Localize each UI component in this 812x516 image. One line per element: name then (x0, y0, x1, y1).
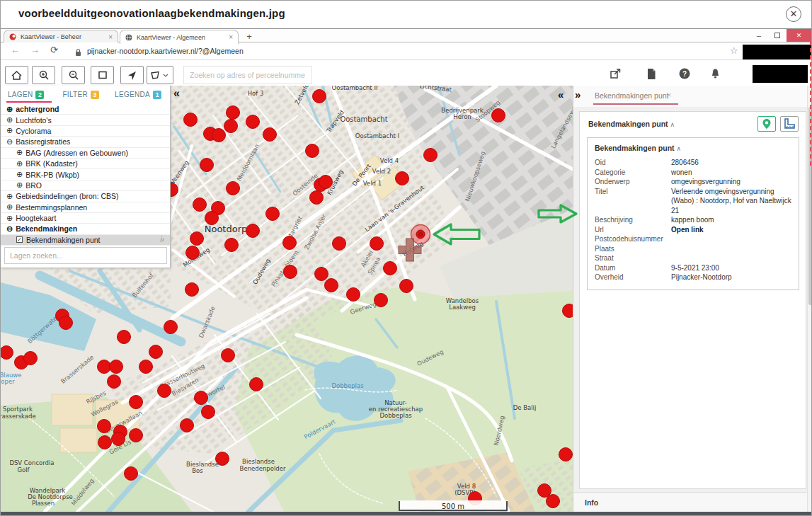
bekendmaking-dot[interactable] (205, 212, 219, 225)
zoom-in-button[interactable] (32, 66, 55, 84)
maximize-icon[interactable] (768, 33, 787, 38)
sidebar-collapse-icon[interactable]: « (173, 87, 180, 100)
bekendmaking-dot[interactable] (181, 419, 194, 432)
bekendmaking-dot[interactable] (184, 113, 198, 127)
locate-button[interactable] (120, 66, 144, 84)
bekendmaking-dot[interactable] (59, 316, 73, 330)
collapse-caret-icon[interactable]: ∧ (677, 145, 682, 152)
bekendmaking-dot[interactable] (225, 239, 239, 252)
bekendmaking-dot[interactable] (24, 352, 38, 365)
bekendmaking-dot[interactable] (424, 149, 438, 162)
bekendmaking-dot[interactable] (374, 294, 388, 307)
back-icon[interactable]: ← (11, 45, 20, 55)
layer-checkbox[interactable]: ✓ (16, 236, 23, 243)
layer-info-icon[interactable]: i› (160, 236, 164, 243)
reload-icon[interactable]: ⟳ (50, 45, 58, 55)
bekendmaking-dot[interactable] (559, 448, 573, 461)
expand-icon[interactable]: ⊕ (6, 214, 13, 222)
layer-item[interactable]: ✓Bekendmakingen punti› (1, 235, 170, 246)
tab-close-icon[interactable]: × (103, 33, 113, 41)
expand-icon[interactable]: ⊕ (6, 193, 13, 200)
expand-icon[interactable]: ⊕ (6, 203, 13, 211)
tab-close-icon[interactable]: × (223, 33, 233, 41)
info-section[interactable]: Info (573, 492, 812, 512)
bekendmaking-dot[interactable] (315, 268, 328, 281)
bekendmaking-dot[interactable] (396, 172, 409, 185)
bekendmaking-dot[interactable] (185, 283, 199, 297)
bekendmaking-dot[interactable] (149, 345, 163, 359)
panel-tab-label[interactable]: Bekendmakingen punt (595, 91, 669, 100)
bekendmaking-dot[interactable] (384, 262, 397, 275)
layer-search-input[interactable] (4, 247, 167, 264)
layer-item[interactable]: ⊕Cyclorama (1, 126, 170, 137)
layer-item[interactable]: ⊖Bekendmakingen (1, 224, 170, 234)
bekendmaking-dot[interactable] (246, 115, 260, 129)
address-search-input[interactable] (183, 66, 312, 84)
panel-next-icon[interactable]: » (575, 88, 581, 101)
bekendmaking-dot[interactable] (190, 232, 204, 246)
expand-icon[interactable]: ⊕ (6, 105, 13, 113)
layer-item[interactable]: ⊖Basisregistraties (1, 137, 170, 147)
layer-item[interactable]: ⊕achtergrond (1, 104, 170, 115)
bekendmaking-dot[interactable] (164, 321, 178, 334)
bekendmaking-dot[interactable] (200, 159, 214, 172)
bekendmaking-dot[interactable] (284, 265, 297, 279)
bekendmaking-dot[interactable] (492, 109, 505, 122)
expand-icon[interactable]: ⊕ (6, 116, 13, 124)
layer-item[interactable]: ⊕Luchtfoto's (1, 115, 170, 125)
help-icon[interactable]: ? (679, 68, 690, 82)
bekendmaking-dot[interactable] (98, 420, 111, 433)
panel-prev-icon[interactable]: « (558, 88, 564, 101)
bekendmaking-dot[interactable] (216, 452, 229, 466)
bekendmaking-dot[interactable] (158, 384, 171, 398)
browser-tab-beheer[interactable]: KaartViewer - Beheer × (4, 30, 118, 43)
window-close-icon[interactable]: ✕ (787, 29, 811, 42)
bekendmaking-dot[interactable] (139, 360, 153, 374)
bekendmaking-dot[interactable] (333, 237, 346, 251)
bekendmaking-dot[interactable] (98, 360, 111, 374)
bekendmaking-dot[interactable] (202, 406, 215, 419)
layer-item[interactable]: ⊕BRO (1, 180, 170, 191)
bekendmaking-dot[interactable] (250, 378, 263, 391)
select-polygon-button[interactable] (147, 66, 173, 84)
bekendmaking-dot[interactable] (125, 467, 138, 481)
bekendmaking-dot[interactable] (108, 375, 121, 389)
bekendmaking-dot[interactable] (319, 176, 333, 189)
bekendmaking-dot[interactable] (112, 432, 125, 446)
expand-icon[interactable]: ⊕ (16, 149, 23, 156)
bekendmaking-dot[interactable] (98, 436, 112, 449)
layer-item[interactable]: ⊕Bestemmingsplannen (1, 202, 170, 213)
url-text[interactable]: pijnacker-nootdorp.kaartviewer.nl/?@Alge… (87, 47, 244, 55)
bekendmaking-dot[interactable] (266, 207, 280, 221)
zoom-extent-button[interactable] (91, 66, 114, 84)
expand-icon[interactable]: ⊕ (16, 171, 23, 178)
bekendmaking-dot[interactable] (110, 360, 123, 374)
collapse-icon[interactable]: ⊖ (6, 225, 13, 233)
measure-button[interactable] (780, 116, 799, 132)
bekendmaking-dot[interactable] (227, 106, 240, 120)
bekendmaking-dot[interactable] (370, 237, 384, 251)
sidebar-tab-filter[interactable]: FILTER3 (62, 91, 99, 99)
layer-item[interactable]: ⊕BRK-PB (Wkpb) (1, 169, 170, 180)
forward-icon[interactable]: → (30, 45, 40, 55)
bekendmaking-dot[interactable] (283, 236, 297, 250)
bekendmaking-dot[interactable] (193, 198, 207, 212)
layer-item[interactable]: ⊕BAG (Adressen en Gebouwen) (1, 148, 170, 159)
expand-icon[interactable]: ⊕ (6, 127, 13, 134)
field-value[interactable]: Open link (671, 225, 791, 235)
zoom-to-feature-button[interactable] (757, 116, 776, 132)
collapse-icon[interactable]: ⊖ (6, 138, 13, 146)
bekendmaking-dot[interactable] (212, 129, 226, 142)
home-button[interactable] (5, 66, 28, 84)
bekendmaking-dot[interactable] (130, 396, 143, 409)
minimize-icon[interactable]: – (750, 31, 768, 40)
bekendmaking-dot[interactable] (246, 224, 260, 238)
bekendmaking-dot[interactable] (130, 429, 143, 442)
viewer-close-icon[interactable]: ✕ (786, 6, 801, 22)
bookmark-star-icon[interactable]: ☆ (730, 45, 738, 56)
bekendmaking-dot[interactable] (313, 90, 326, 103)
notifications-bell-icon[interactable] (710, 68, 721, 82)
expand-icon[interactable]: ⊕ (16, 181, 23, 189)
bekendmaking-dot[interactable] (563, 304, 573, 318)
new-tab-button[interactable]: + (242, 31, 256, 42)
